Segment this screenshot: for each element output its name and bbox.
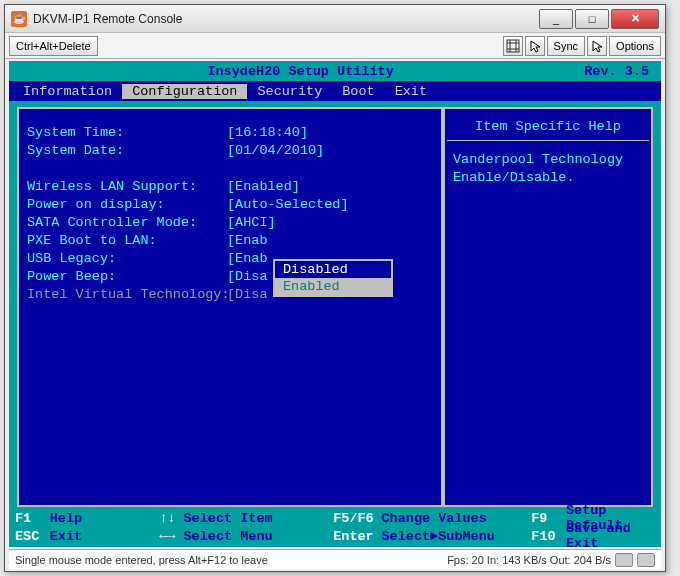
config-row[interactable]: System Time:[16:18:40] <box>27 123 433 141</box>
help-panel: Item Specific Help Vanderpool Technology… <box>443 107 653 507</box>
status-left: Single mouse mode entered, press Alt+F12… <box>15 554 447 566</box>
config-row[interactable]: Power on display:[Auto-Selected] <box>27 195 433 213</box>
config-row[interactable]: SATA Controller Mode:[AHCI] <box>27 213 433 231</box>
sync-button[interactable]: Sync <box>547 36 585 56</box>
field-value: [01/04/2010] <box>227 143 324 158</box>
field-label: USB Legacy: <box>27 251 227 266</box>
svg-rect-0 <box>507 40 519 52</box>
bios-body: System Time:[16:18:40]System Date:[01/04… <box>9 101 661 507</box>
enter-key: Enter <box>333 529 375 544</box>
popup-option-disabled[interactable]: Disabled <box>275 261 391 278</box>
menu-exit[interactable]: Exit <box>385 84 437 99</box>
bios-screen: InsydeH20 Setup Utility Rev. 3.5 Informa… <box>9 61 661 547</box>
bios-menu: InformationConfigurationSecurityBootExit <box>9 81 661 101</box>
select-submenu-label: Select►SubMenu <box>381 529 525 544</box>
field-label: Intel Virtual Technology: <box>27 287 227 302</box>
config-panel: System Time:[16:18:40]System Date:[01/04… <box>17 107 443 507</box>
f5f6-key: F5/F6 <box>333 511 375 526</box>
field-value: [AHCI] <box>227 215 276 230</box>
field-label: Power Beep: <box>27 269 227 284</box>
menu-security[interactable]: Security <box>247 84 332 99</box>
exit-label: Exit <box>50 529 151 544</box>
field-label: System Time: <box>27 125 227 140</box>
minimize-button[interactable] <box>539 9 573 29</box>
updown-icon: ↑↓ <box>157 511 177 526</box>
window-controls <box>537 9 659 29</box>
f10-key: F10 <box>531 529 560 544</box>
value-popup[interactable]: DisabledEnabled <box>273 259 393 297</box>
esc-key: ESC <box>15 529 44 544</box>
config-row[interactable] <box>27 159 433 177</box>
leftright-icon: ←→ <box>157 529 177 544</box>
config-row[interactable]: System Date:[01/04/2010] <box>27 141 433 159</box>
maximize-button[interactable] <box>575 9 609 29</box>
bios-title: InsydeH20 Setup Utility <box>17 64 584 79</box>
help-text: Vanderpool Technology Enable/Disable. <box>445 151 651 186</box>
monitor-icon <box>615 553 633 567</box>
change-values-label: Change Values <box>381 511 525 526</box>
options-button[interactable]: Options <box>609 36 661 56</box>
field-value: [Disa <box>227 287 268 302</box>
f9-key: F9 <box>531 511 560 526</box>
bios-revision: Rev. 3.5 <box>584 64 653 79</box>
statusbar: Single mouse mode entered, press Alt+F12… <box>9 549 661 569</box>
menu-information[interactable]: Information <box>13 84 122 99</box>
field-label: PXE Boot to LAN: <box>27 233 227 248</box>
field-value: [Auto-Selected] <box>227 197 349 212</box>
menu-boot[interactable]: Boot <box>332 84 384 99</box>
config-row[interactable]: Wireless LAN Support:[Enabled] <box>27 177 433 195</box>
field-value: [Disa <box>227 269 268 284</box>
status-right: Fps: 20 In: 143 KB/s Out: 204 B/s <box>447 554 611 566</box>
fullscreen-icon[interactable] <box>503 36 523 56</box>
config-row[interactable]: PXE Boot to LAN:[Enab <box>27 231 433 249</box>
field-value: [16:18:40] <box>227 125 308 140</box>
close-button[interactable] <box>611 9 659 29</box>
f1-key: F1 <box>15 511 44 526</box>
field-value: [Enab <box>227 233 268 248</box>
ctrl-alt-del-button[interactable]: Ctrl+Alt+Delete <box>9 36 98 56</box>
select-menu-label: Select Menu <box>184 529 328 544</box>
field-label: System Date: <box>27 143 227 158</box>
bios-header: InsydeH20 Setup Utility Rev. 3.5 <box>9 61 661 81</box>
field-label: Wireless LAN Support: <box>27 179 227 194</box>
field-value: [Enabled] <box>227 179 300 194</box>
cursor-icon[interactable] <box>525 36 545 56</box>
app-window: ☕ DKVM-IP1 Remote Console Ctrl+Alt+Delet… <box>4 4 666 572</box>
select-item-label: Select Item <box>184 511 328 526</box>
cursor2-icon[interactable] <box>587 36 607 56</box>
help-label: Help <box>50 511 151 526</box>
field-label: Power on display: <box>27 197 227 212</box>
java-icon: ☕ <box>11 11 27 27</box>
lan-icon <box>637 553 655 567</box>
window-title: DKVM-IP1 Remote Console <box>33 12 537 26</box>
toolbar: Ctrl+Alt+Delete Sync Options <box>5 33 665 59</box>
bios-footer: F1 Help ↑↓ Select Item F5/F6 Change Valu… <box>9 507 661 547</box>
save-exit-label: Save and Exit <box>566 521 655 551</box>
help-title: Item Specific Help <box>445 109 651 140</box>
popup-option-enabled[interactable]: Enabled <box>275 278 391 295</box>
field-value: [Enab <box>227 251 268 266</box>
titlebar: ☕ DKVM-IP1 Remote Console <box>5 5 665 33</box>
menu-configuration[interactable]: Configuration <box>122 84 247 99</box>
field-label: SATA Controller Mode: <box>27 215 227 230</box>
